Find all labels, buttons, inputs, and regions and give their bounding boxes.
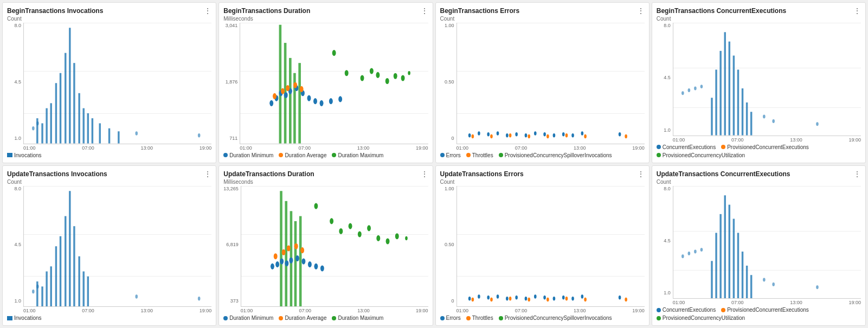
legend-color-dur-min: [223, 316, 228, 320]
card-header: BeginTransactions Errors ⋮: [440, 7, 645, 15]
chart-area: 1.00 0.50 0: [440, 23, 645, 151]
svg-rect-98: [73, 226, 75, 306]
svg-point-155: [565, 296, 568, 300]
svg-point-67: [509, 133, 511, 137]
svg-point-127: [330, 218, 333, 224]
card-title: BeginTransactions Duration: [223, 7, 310, 15]
svg-point-55: [506, 133, 509, 137]
svg-point-146: [562, 295, 564, 299]
legend: Duration Minimum Duration Average Durati…: [223, 315, 428, 321]
card-title: UpdateTransactions Errors: [440, 170, 524, 178]
card-title: BeginTransactions Invocations: [7, 7, 103, 15]
svg-point-123: [287, 245, 291, 251]
svg-rect-162: [728, 204, 730, 298]
legend-color-spillover: [499, 153, 503, 157]
card-menu-icon[interactable]: ⋮: [853, 170, 861, 178]
card-update-invocations: UpdateTransactions Invocations ⋮ Count 8…: [2, 165, 216, 326]
svg-point-129: [348, 223, 352, 229]
svg-point-53: [487, 132, 490, 136]
svg-point-140: [506, 296, 509, 300]
chart-plot: [456, 23, 645, 144]
svg-rect-166: [746, 265, 748, 298]
svg-point-66: [490, 134, 493, 138]
card-menu-icon[interactable]: ⋮: [637, 7, 645, 15]
svg-point-38: [281, 88, 285, 94]
svg-point-88: [772, 119, 775, 123]
svg-point-35: [329, 98, 333, 104]
card-menu-icon[interactable]: ⋮: [637, 170, 645, 178]
svg-point-152: [509, 296, 511, 300]
card-begin-invocations: BeginTransactions Invocations ⋮ Count 8.…: [2, 2, 216, 163]
legend-color-errors: [440, 316, 445, 320]
svg-rect-93: [50, 266, 52, 306]
svg-point-132: [376, 235, 380, 241]
svg-point-17: [36, 121, 39, 125]
svg-point-122: [281, 249, 285, 255]
legend-color-concurrent: [657, 145, 661, 149]
svg-point-25: [269, 100, 273, 106]
svg-point-115: [289, 257, 293, 263]
svg-point-133: [385, 238, 389, 244]
svg-rect-96: [65, 216, 66, 306]
svg-point-131: [367, 225, 371, 231]
svg-point-111: [271, 263, 274, 269]
svg-point-56: [515, 132, 518, 136]
svg-point-171: [700, 248, 703, 252]
svg-rect-14: [108, 128, 110, 144]
card-menu-icon[interactable]: ⋮: [421, 170, 428, 178]
svg-point-134: [395, 233, 399, 239]
card-menu-icon[interactable]: ⋮: [421, 7, 428, 15]
svg-point-83: [681, 91, 684, 95]
svg-rect-94: [55, 246, 57, 306]
svg-point-128: [339, 228, 343, 234]
svg-rect-81: [746, 102, 748, 136]
svg-point-41: [300, 86, 304, 92]
svg-point-168: [681, 254, 684, 258]
svg-rect-15: [118, 131, 119, 143]
svg-point-143: [533, 294, 536, 298]
svg-rect-74: [715, 69, 717, 135]
svg-rect-163: [732, 218, 734, 298]
svg-rect-20: [279, 25, 282, 144]
svg-point-54: [496, 131, 499, 135]
card-update-duration: UpdateTransactions Duration ⋮ Millisecon…: [218, 165, 433, 326]
card-menu-icon[interactable]: ⋮: [204, 7, 211, 15]
svg-point-47: [385, 78, 389, 84]
card-menu-icon[interactable]: ⋮: [853, 7, 861, 15]
svg-point-36: [338, 96, 342, 102]
legend-item-provisioned-util: ProvisionedConcurrencyUtilization: [657, 152, 745, 158]
svg-point-135: [405, 236, 408, 240]
svg-rect-13: [99, 123, 101, 143]
y-axis-label: Count: [440, 16, 645, 22]
svg-rect-158: [711, 261, 712, 298]
svg-rect-9: [78, 93, 80, 144]
svg-rect-91: [41, 286, 43, 306]
svg-rect-8: [73, 63, 75, 143]
svg-point-48: [394, 73, 397, 79]
svg-rect-11: [87, 113, 89, 144]
svg-point-145: [552, 296, 555, 300]
card-title: BeginTransactions ConcurrentExecutions: [657, 7, 786, 15]
svg-rect-77: [728, 42, 730, 136]
svg-point-105: [198, 296, 201, 300]
legend-color-dur-max: [332, 316, 336, 320]
card-header: BeginTransactions Duration ⋮: [223, 7, 428, 15]
svg-point-19: [198, 133, 201, 137]
legend-color-provisioned-util: [657, 153, 661, 157]
svg-rect-161: [724, 195, 725, 298]
legend-item-throttles: Throttles: [466, 315, 493, 321]
svg-point-117: [301, 258, 305, 264]
legend-color-dur-min: [223, 153, 228, 157]
card-title: UpdateTransactions Invocations: [7, 170, 107, 178]
svg-point-150: [471, 297, 474, 301]
svg-rect-5: [60, 73, 61, 144]
y-axis: 3,041 1,876 711: [223, 23, 240, 151]
legend-color-spillover: [499, 316, 503, 320]
card-title: UpdateTransactions ConcurrentExecutions: [657, 170, 790, 178]
legend: Duration Minimum Duration Average Durati…: [223, 152, 428, 158]
card-menu-icon[interactable]: ⋮: [204, 170, 211, 178]
svg-rect-97: [69, 191, 70, 306]
svg-point-151: [490, 297, 493, 301]
legend: Invocations: [7, 152, 211, 158]
dashboard: BeginTransactions Invocations ⋮ Count 8.…: [0, 0, 868, 328]
